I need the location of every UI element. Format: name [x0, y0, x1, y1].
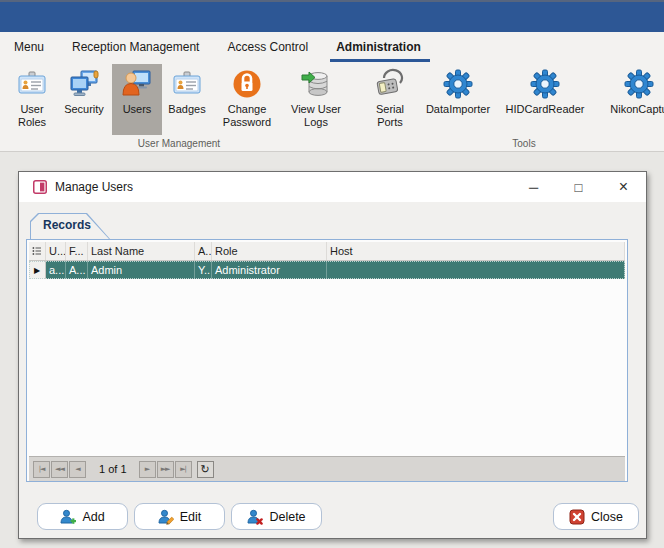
row-selector-header[interactable] [29, 242, 46, 260]
ribbon-button-label: Serial Ports [362, 103, 418, 129]
ribbon-button-hidcardreader[interactable]: HIDCardReader [498, 64, 592, 135]
first-record-button[interactable]: |◄ [33, 461, 50, 478]
tab-records-label: Records [43, 218, 91, 232]
group-user-management: User Roles Security Users [8, 62, 350, 151]
column-header-host[interactable]: Host [327, 242, 625, 260]
record-navigator: |◄ ◄◄ ◄ 1 of 1 ► ►► ►| ↻ [29, 456, 625, 481]
maximize-button[interactable]: □ [556, 172, 601, 202]
ribbon-button-label: Security [64, 103, 104, 116]
cell-firstname: A... [66, 261, 88, 279]
close-window-button[interactable]: × [601, 172, 646, 202]
cell-active: Y.. [195, 261, 212, 279]
ribbon-tab-administration[interactable]: Administration [322, 32, 435, 62]
column-header-role[interactable]: Role [212, 242, 327, 260]
manage-users-icon [33, 180, 47, 194]
ribbon: User Roles Security Users [0, 62, 664, 152]
main-titlebar[interactable] [0, 0, 664, 32]
next-page-button[interactable]: ►► [157, 461, 174, 478]
gear-icon [623, 68, 655, 100]
cell-lastname: Admin [88, 261, 195, 279]
row-indicator: ▶ [29, 261, 46, 279]
dialog-titlebar[interactable]: Manage Users ─ □ × [19, 172, 646, 202]
ribbon-button-nikoncapture[interactable]: NikonCaptu [592, 64, 664, 135]
next-record-button[interactable]: ► [139, 461, 156, 478]
ribbon-button-serial-ports[interactable]: Serial Ports [362, 64, 418, 135]
record-position: 1 of 1 [99, 463, 127, 475]
ribbon-button-label: Change Password [212, 103, 282, 129]
ribbon-tab-bar: Menu Reception Management Access Control… [0, 32, 664, 62]
gear-icon [529, 68, 561, 100]
close-button[interactable]: Close [553, 503, 639, 530]
delete-user-icon [247, 509, 263, 525]
ribbon-tab-access-control[interactable]: Access Control [213, 32, 322, 62]
ribbon-button-dataimporter[interactable]: DataImporter [418, 64, 498, 135]
records-panel: U... F... Last Name A.. Role Host ▶ a...… [26, 239, 628, 482]
application-window: Menu Reception Management Access Control… [0, 0, 664, 548]
ribbon-button-label: Badges [168, 103, 205, 116]
ribbon-button-users[interactable]: Users [112, 64, 162, 135]
last-record-button[interactable]: ►| [175, 461, 192, 478]
grid-row-admin[interactable]: ▶ a... A... Admin Y.. Administrator [29, 261, 625, 279]
previous-page-button[interactable]: ◄◄ [51, 461, 68, 478]
serial-port-icon [374, 68, 406, 100]
ribbon-button-label: DataImporter [426, 103, 490, 116]
ribbon-group-label: User Management [8, 138, 350, 149]
ribbon-button-label: View User Logs [282, 103, 350, 129]
cell-username: a... [46, 261, 66, 279]
column-header-active[interactable]: A.. [195, 242, 212, 260]
row-selector-icon [32, 246, 42, 256]
add-button[interactable]: Add [37, 503, 128, 530]
add-user-icon [60, 509, 76, 525]
column-header-firstname[interactable]: F... [66, 242, 88, 260]
column-header-username[interactable]: U... [46, 242, 66, 260]
ribbon-button-view-user-logs[interactable]: View User Logs [282, 64, 350, 135]
add-button-label: Add [82, 510, 104, 524]
database-export-icon [300, 68, 332, 100]
tab-records[interactable]: Records [30, 213, 110, 239]
edit-button-label: Edit [180, 510, 202, 524]
ribbon-button-change-password[interactable]: Change Password [212, 64, 282, 135]
cell-host [327, 261, 625, 279]
minimize-button[interactable]: ─ [511, 172, 556, 202]
delete-button[interactable]: Delete [231, 503, 322, 530]
user-monitor-icon [121, 68, 153, 100]
edit-button[interactable]: Edit [134, 503, 225, 530]
gear-icon [442, 68, 474, 100]
edit-user-icon [158, 509, 174, 525]
dialog-title: Manage Users [55, 180, 133, 194]
ribbon-button-label: User Roles [8, 103, 56, 129]
ribbon-button-security[interactable]: Security [56, 64, 112, 135]
delete-button-label: Delete [269, 510, 305, 524]
previous-record-button[interactable]: ◄ [69, 461, 86, 478]
manage-users-dialog: Manage Users ─ □ × Records U. [18, 171, 647, 539]
grid-header-row: U... F... Last Name A.. Role Host [29, 242, 625, 261]
badge-icon [171, 68, 203, 100]
ribbon-tab-reception-management[interactable]: Reception Management [58, 32, 213, 62]
ribbon-button-label: NikonCaptu [610, 103, 664, 116]
ribbon-button-label: Users [123, 103, 152, 116]
ribbon-button-label: HIDCardReader [506, 103, 585, 116]
ribbon-group-label: Tools [362, 138, 664, 149]
dialog-client-area: Records U... F... Last Name A.. Role Hos… [19, 202, 646, 538]
grid-empty-area [29, 279, 625, 456]
ribbon-button-user-roles[interactable]: User Roles [8, 64, 56, 135]
padlock-icon [231, 68, 263, 100]
badge-icon [16, 68, 48, 100]
users-grid: U... F... Last Name A.. Role Host ▶ a...… [29, 242, 625, 481]
refresh-button[interactable]: ↻ [197, 461, 214, 478]
column-header-lastname[interactable]: Last Name [88, 242, 195, 260]
cell-role: Administrator [212, 261, 327, 279]
ribbon-button-badges[interactable]: Badges [162, 64, 212, 135]
close-button-label: Close [591, 510, 623, 524]
group-tools: Serial Ports DataImporter HIDCardReader [362, 62, 664, 151]
ribbon-tab-menu[interactable]: Menu [0, 32, 58, 62]
close-icon [569, 509, 585, 525]
computers-icon [68, 68, 100, 100]
